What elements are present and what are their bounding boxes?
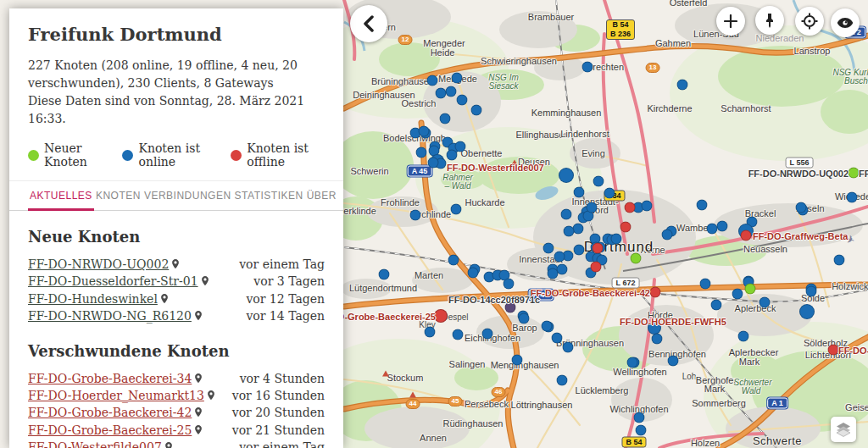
node-dot-offline[interactable]	[620, 222, 632, 233]
node-dot-online[interactable]	[806, 286, 817, 297]
node-dot-online[interactable]	[760, 297, 771, 308]
node-link[interactable]: FF-DO-Hoerder_Neumarkt13	[28, 389, 204, 402]
node-link[interactable]: FF-DO-Westerfilde007	[28, 440, 162, 448]
node-dot-online[interactable]	[446, 86, 457, 97]
toggle-visibility-button[interactable]	[831, 8, 860, 37]
tab-verbindungen[interactable]: VERBINDUNGEN	[142, 181, 233, 211]
tab-statistiken[interactable]: STATISTIKEN	[233, 181, 305, 211]
node-dot-online[interactable]	[627, 357, 638, 368]
node-dot-new[interactable]	[745, 284, 756, 295]
node-dot-new[interactable]	[849, 168, 860, 179]
node-dot-online[interactable]	[700, 279, 711, 290]
node-dot-online[interactable]	[552, 333, 563, 344]
zoom-in-button[interactable]	[716, 7, 745, 36]
pin-node-button[interactable]	[755, 6, 784, 35]
node-dot-online[interactable]	[453, 329, 464, 340]
node-dot-online[interactable]	[711, 300, 722, 311]
node-dot-online[interactable]	[611, 234, 622, 245]
node-dot-online[interactable]	[796, 202, 807, 213]
location-pin-icon	[195, 425, 202, 434]
node-dot-online[interactable]	[448, 255, 459, 266]
node-dot-online[interactable]	[642, 201, 653, 212]
node-dot-online[interactable]	[799, 304, 815, 319]
node-dot-online[interactable]	[847, 192, 858, 203]
node-dot-online[interactable]	[582, 62, 593, 73]
node-dot-online[interactable]	[471, 105, 482, 116]
node-link[interactable]: FF-DO-Hundeswinkel	[28, 292, 158, 306]
tab-knoten[interactable]: KNOTEN	[94, 181, 142, 211]
node-dot-online[interactable]	[738, 331, 749, 342]
node-dot-online[interactable]	[440, 113, 451, 124]
node-dot-online[interactable]	[482, 329, 493, 340]
node-dot-offline[interactable]	[828, 345, 839, 356]
node-dot-online[interactable]	[410, 210, 421, 221]
node-dot-online[interactable]	[416, 147, 427, 158]
node-dot-online[interactable]	[697, 200, 708, 211]
node-dot-online[interactable]	[519, 313, 530, 324]
node-dot-online[interactable]	[636, 425, 647, 436]
tab-aktuelles[interactable]: AKTUELLES	[28, 181, 94, 211]
node-dot-online[interactable]	[559, 168, 574, 183]
node-dot-online[interactable]	[554, 252, 565, 263]
node-dot-online[interactable]	[548, 268, 559, 279]
layers-button[interactable]	[831, 417, 856, 442]
node-dot-online[interactable]	[452, 73, 463, 84]
node-dot-online[interactable]	[379, 269, 390, 280]
tab-über[interactable]: ÜBER	[305, 181, 338, 211]
node-dot-online[interactable]	[447, 150, 458, 161]
collapse-sidebar-button[interactable]	[350, 5, 387, 42]
node-dot-online[interactable]	[648, 321, 661, 335]
node-link[interactable]: FF-DO-NRWDO-UQ002	[28, 257, 169, 271]
node-dot-online[interactable]	[425, 327, 436, 338]
node-dot-online[interactable]	[436, 88, 447, 99]
node-dot-offline[interactable]	[741, 230, 752, 241]
node-dot-cluster[interactable]	[505, 302, 516, 313]
node-dot-online[interactable]	[574, 187, 585, 198]
page-title: Freifunk Dortmund	[28, 24, 325, 45]
node-dot-online[interactable]	[677, 80, 688, 91]
node-dot-online[interactable]	[563, 342, 574, 353]
node-link-wrap: FF-DO-Hundeswinkel	[28, 290, 168, 307]
node-dot-online[interactable]	[668, 356, 679, 367]
node-dot-online[interactable]	[457, 95, 468, 106]
node-dot-offline[interactable]	[625, 202, 636, 213]
node-link[interactable]: FF-DO-Grobe-Baeckerei-34	[28, 372, 192, 385]
node-dot-new[interactable]	[631, 253, 642, 264]
node-dot-online[interactable]	[504, 279, 515, 290]
node-dot-online[interactable]	[455, 141, 466, 152]
node-dot-online[interactable]	[604, 188, 615, 199]
node-dot-offline[interactable]	[591, 262, 602, 273]
locate-button[interactable]	[795, 7, 824, 36]
node-dot-online[interactable]	[543, 243, 554, 254]
node-dot-online[interactable]	[573, 224, 584, 235]
node-dot-online[interactable]	[468, 268, 479, 279]
node-dot-online[interactable]	[587, 202, 598, 213]
node-dot-online[interactable]	[564, 226, 575, 237]
node-dot-online[interactable]	[428, 158, 439, 169]
node-dot-offline[interactable]	[434, 309, 448, 323]
node-dot-online[interactable]	[542, 321, 553, 332]
node-dot-online[interactable]	[717, 221, 728, 232]
node-link[interactable]: FF-DO-Duesseldorfer-Str-01	[28, 274, 198, 288]
node-dot-online[interactable]	[419, 126, 430, 137]
node-dot-online[interactable]	[732, 289, 743, 300]
node-link[interactable]: FF-DO-NRWDO-NG_R6120	[28, 309, 192, 323]
node-dot-online[interactable]	[834, 255, 845, 266]
node-link[interactable]: FF-DO-Grobe-Baeckerei-42	[28, 406, 192, 419]
node-dot-online[interactable]	[707, 224, 718, 235]
node-dot-online[interactable]	[427, 75, 438, 86]
node-dot-online[interactable]	[574, 245, 585, 256]
legend-label: Knoten ist offline	[247, 141, 325, 169]
node-link-wrap: FF-DO-NRWDO-UQ002	[28, 256, 179, 273]
node-dot-online[interactable]	[512, 355, 523, 366]
node-dot-online[interactable]	[652, 334, 663, 345]
node-link[interactable]: FF-DO-Grobe-Baeckerei-25	[28, 423, 192, 437]
node-dot-online[interactable]	[451, 204, 462, 215]
node-dot-offline[interactable]	[593, 243, 604, 254]
node-dot-online[interactable]	[662, 230, 673, 241]
node-dot-online[interactable]	[634, 412, 645, 423]
node-dot-online[interactable]	[557, 375, 568, 386]
node-dot-online[interactable]	[593, 176, 604, 187]
node-dot-online[interactable]	[561, 209, 572, 220]
node-dot-offline[interactable]	[650, 287, 661, 298]
